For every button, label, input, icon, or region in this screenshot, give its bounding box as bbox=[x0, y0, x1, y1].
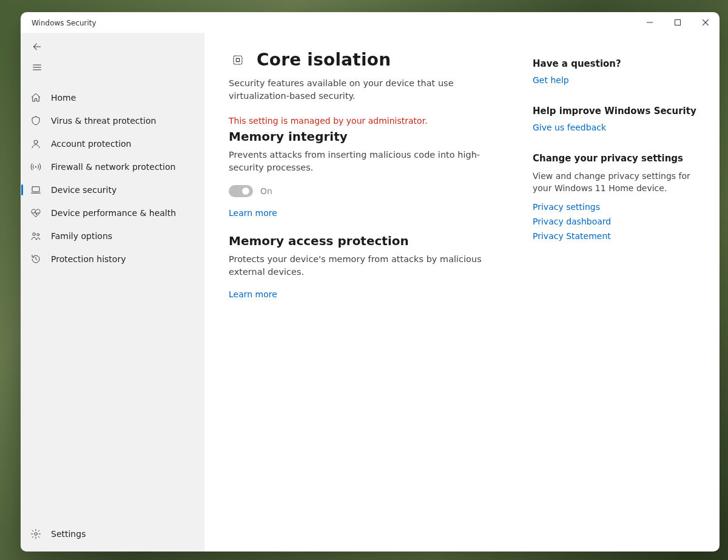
svg-point-12 bbox=[33, 233, 36, 236]
get-help-link[interactable]: Get help bbox=[533, 75, 703, 85]
sidebar-item-account-protection[interactable]: Account protection bbox=[21, 132, 204, 155]
sidebar-item-protection-history[interactable]: Protection history bbox=[21, 248, 204, 271]
sidebar-item-label: Home bbox=[51, 93, 76, 103]
close-icon bbox=[703, 19, 709, 25]
memory-integrity-section: This setting is managed by your administ… bbox=[229, 116, 502, 218]
svg-point-9 bbox=[35, 166, 36, 167]
sidebar-item-label: Family options bbox=[51, 231, 112, 241]
sidebar-bottom: Settings bbox=[21, 522, 204, 552]
aside-question-heading: Have a question? bbox=[533, 58, 703, 69]
history-icon bbox=[29, 252, 42, 266]
sidebar-item-virus-threat[interactable]: Virus & threat protection bbox=[21, 109, 204, 132]
sidebar-item-performance-health[interactable]: Device performance & health bbox=[21, 201, 204, 224]
app-window: Windows Security bbox=[21, 12, 720, 552]
aside-privacy-heading: Change your privacy settings bbox=[533, 153, 703, 164]
close-button[interactable] bbox=[692, 12, 720, 33]
person-icon bbox=[29, 137, 42, 150]
give-feedback-link[interactable]: Give us feedback bbox=[533, 123, 703, 132]
page-title: Core isolation bbox=[257, 50, 391, 70]
svg-rect-15 bbox=[234, 56, 242, 64]
sidebar-item-settings[interactable]: Settings bbox=[21, 522, 204, 545]
minimize-icon bbox=[647, 19, 653, 25]
back-arrow-icon bbox=[32, 41, 42, 52]
window-controls bbox=[636, 12, 720, 33]
sidebar-nav: Home Virus & threat protection Account p… bbox=[21, 83, 204, 522]
aside-privacy-group: Change your privacy settings View and ch… bbox=[533, 153, 703, 241]
svg-point-8 bbox=[34, 140, 38, 144]
sidebar-item-label: Protection history bbox=[51, 254, 126, 264]
sidebar-item-label: Account protection bbox=[51, 139, 132, 149]
memory-integrity-toggle-row: On bbox=[229, 185, 502, 197]
memory-integrity-toggle bbox=[229, 185, 253, 197]
privacy-settings-link[interactable]: Privacy settings bbox=[533, 202, 703, 212]
aside-improve-group: Help improve Windows Security Give us fe… bbox=[533, 106, 703, 132]
main-column: Core isolation Security features availab… bbox=[204, 33, 527, 552]
memory-integrity-heading: Memory integrity bbox=[229, 129, 502, 144]
sidebar-item-label: Device performance & health bbox=[51, 208, 176, 218]
privacy-statement-link[interactable]: Privacy Statement bbox=[533, 231, 703, 241]
sidebar-item-home[interactable]: Home bbox=[21, 86, 204, 109]
hamburger-button[interactable] bbox=[21, 57, 204, 78]
page-subtitle: Security features available on your devi… bbox=[229, 77, 502, 103]
toggle-knob bbox=[242, 187, 249, 195]
sidebar-top bbox=[21, 33, 204, 83]
privacy-dashboard-link[interactable]: Privacy dashboard bbox=[533, 217, 703, 226]
sidebar-item-label: Firewall & network protection bbox=[51, 162, 175, 172]
svg-point-13 bbox=[37, 234, 39, 236]
memory-access-section: Memory access protection Protects your d… bbox=[229, 234, 502, 299]
aside-privacy-desc: View and change privacy settings for you… bbox=[533, 170, 703, 195]
sidebar: Home Virus & threat protection Account p… bbox=[21, 33, 204, 552]
page-header: Core isolation bbox=[229, 50, 502, 70]
antenna-icon bbox=[29, 160, 42, 174]
sidebar-item-device-security[interactable]: Device security bbox=[21, 178, 204, 201]
gear-icon bbox=[29, 527, 42, 541]
minimize-button[interactable] bbox=[636, 12, 664, 33]
memory-integrity-desc: Prevents attacks from inserting maliciou… bbox=[229, 149, 502, 174]
family-icon bbox=[29, 229, 42, 243]
chip-icon bbox=[229, 51, 247, 69]
maximize-button[interactable] bbox=[664, 12, 692, 33]
svg-point-14 bbox=[35, 533, 38, 536]
memory-integrity-toggle-label: On bbox=[260, 186, 272, 196]
back-button[interactable] bbox=[21, 36, 204, 57]
sidebar-item-label: Settings bbox=[51, 529, 86, 539]
window-title: Windows Security bbox=[32, 18, 96, 27]
memory-access-heading: Memory access protection bbox=[229, 234, 502, 248]
shield-icon bbox=[29, 114, 42, 127]
svg-rect-16 bbox=[236, 58, 239, 61]
sidebar-item-label: Virus & threat protection bbox=[51, 116, 156, 126]
home-icon bbox=[29, 91, 42, 104]
titlebar: Windows Security bbox=[21, 12, 720, 33]
maximize-icon bbox=[675, 19, 681, 25]
aside-column: Have a question? Get help Help improve W… bbox=[527, 33, 720, 552]
svg-rect-10 bbox=[32, 187, 39, 192]
admin-managed-notice: This setting is managed by your administ… bbox=[229, 116, 502, 126]
aside-question-group: Have a question? Get help bbox=[533, 58, 703, 85]
sidebar-item-label: Device security bbox=[51, 185, 116, 195]
sidebar-item-family-options[interactable]: Family options bbox=[21, 224, 204, 248]
window-body: Home Virus & threat protection Account p… bbox=[21, 33, 720, 552]
memory-access-learn-more-link[interactable]: Learn more bbox=[229, 289, 277, 299]
memory-integrity-learn-more-link[interactable]: Learn more bbox=[229, 208, 277, 218]
sidebar-item-firewall[interactable]: Firewall & network protection bbox=[21, 155, 204, 178]
laptop-icon bbox=[29, 183, 42, 197]
hamburger-icon bbox=[32, 62, 42, 73]
memory-access-desc: Protects your device's memory from attac… bbox=[229, 253, 502, 278]
aside-improve-heading: Help improve Windows Security bbox=[533, 106, 703, 116]
content: Core isolation Security features availab… bbox=[204, 33, 720, 552]
heart-rate-icon bbox=[29, 206, 42, 220]
svg-rect-1 bbox=[675, 20, 681, 25]
